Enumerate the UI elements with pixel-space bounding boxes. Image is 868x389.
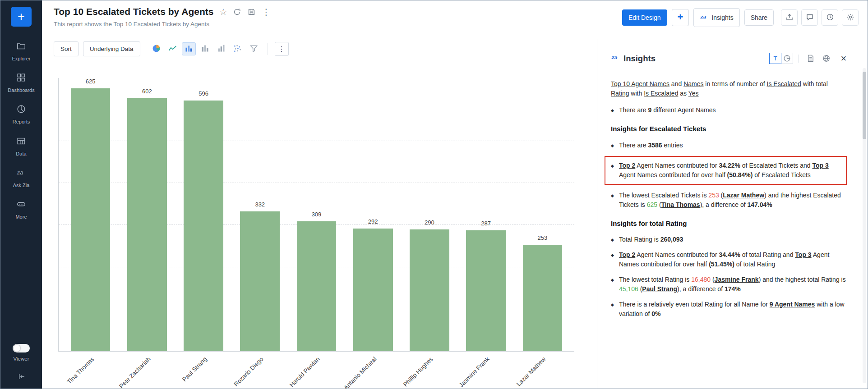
more-icon: [16, 199, 26, 211]
bar-value-label: 602: [127, 88, 167, 95]
bar-rozario-diego[interactable]: 332: [240, 211, 280, 351]
close-insights-button[interactable]: ×: [838, 53, 850, 64]
sidebar-item-reports[interactable]: Reports: [8, 99, 34, 130]
insights-title: Insights: [623, 54, 656, 64]
insight-text: Top 10 Agent Names and Names in terms of…: [611, 79, 847, 98]
zia-icon: za: [700, 13, 708, 23]
insight-bullet: ◆The lowest Escalated Tickets is 253 (La…: [611, 191, 847, 210]
globe-icon-button[interactable]: [820, 53, 832, 64]
funnel-chart-icon: [249, 44, 259, 55]
bar-slot-jasmine-frank: 287Jasmine Frank: [458, 78, 514, 351]
comment-button[interactable]: [801, 9, 818, 26]
bars-container: 625Tina Thomas602Pete Zachariah596Paul S…: [59, 78, 574, 351]
insights-section-heading: Insights for total Rating: [611, 219, 847, 229]
insights-panel: za Insights T × Top 10 Agent Nam: [597, 39, 868, 389]
bar-slot-antanio-micheal: 292Antanio Micheal: [345, 78, 401, 351]
insight-bullet: ◆There is a relatively even total Rating…: [611, 300, 847, 319]
sidebar-item-label: Data: [16, 151, 26, 157]
chart-view-toggle[interactable]: [781, 53, 793, 64]
underlying-data-button[interactable]: Underlying Data: [83, 41, 140, 56]
sidebar-nav: ExplorerDashboardsReportsDatazaAsk ZiaMo…: [8, 36, 34, 225]
sidebar-item-more[interactable]: More: [8, 194, 34, 225]
globe-icon: [822, 54, 831, 63]
sidebar-item-ask-zia[interactable]: zaAsk Zia: [8, 162, 34, 194]
insights-tools: T ×: [769, 53, 850, 64]
bar-value-label: 292: [353, 218, 393, 225]
insight-text: There are 9 different Agent Names: [619, 105, 716, 115]
chart-pane: Sort Underlying Data ⋮ 625Tina Thomas602…: [42, 39, 597, 389]
title-block: Top 10 Escalated Tickets by Agents ☆ ⋮ T…: [54, 6, 270, 27]
insight-text: There are 3586 entries: [619, 141, 683, 150]
bullet-diamond-icon: ◆: [611, 237, 614, 244]
bar-jasmine-frank[interactable]: 287: [466, 230, 506, 351]
bar-value-label: 625: [71, 78, 111, 85]
bar-antanio-micheal[interactable]: 292: [353, 229, 393, 351]
bar-stacked-chart-type-button[interactable]: [198, 42, 212, 55]
sidebar-item-explorer[interactable]: Explorer: [8, 36, 34, 67]
category-label: Paul Strang: [149, 356, 208, 389]
bar-grouped-chart-type-button[interactable]: [214, 42, 228, 55]
bar-phillip-hughes[interactable]: 290: [410, 229, 449, 351]
table-icon: [16, 136, 26, 148]
bullet-diamond-icon: ◆: [611, 277, 614, 294]
refresh-icon[interactable]: [233, 8, 241, 16]
bar-lazar-mathew[interactable]: 253: [523, 245, 563, 351]
collapse-icon: [17, 372, 26, 381]
edit-design-button[interactable]: Edit Design: [622, 9, 667, 26]
sidebar-item-dashboards[interactable]: Dashboards: [8, 67, 34, 99]
share-button[interactable]: Share: [744, 9, 774, 26]
sort-button[interactable]: Sort: [54, 41, 78, 56]
sidebar-item-label: Explorer: [12, 56, 31, 62]
chart-toolbar: Sort Underlying Data ⋮: [42, 39, 597, 59]
category-label: Phillip Hughes: [375, 356, 434, 389]
text-view-toggle[interactable]: T: [769, 53, 781, 64]
line-chart-icon: [168, 44, 177, 55]
bar-chart-icon: [184, 44, 194, 55]
zia-icon: za: [16, 168, 26, 179]
insights-scrollbar[interactable]: [863, 68, 866, 383]
insight-text: Top 2 Agent Names contributed for 34.44%…: [619, 250, 847, 269]
create-new-button[interactable]: +: [11, 7, 32, 27]
collapse-sidebar-button[interactable]: [17, 372, 26, 382]
sidebar-item-data[interactable]: Data: [8, 131, 34, 162]
settings-button[interactable]: [842, 9, 859, 26]
viewer-toggle[interactable]: [13, 344, 30, 352]
insight-bullet: ◆Top 2 Agent Names contributed for 34.44…: [611, 250, 847, 269]
bar-tina-thomas[interactable]: 625: [71, 88, 111, 351]
insight-text: There is a relatively even total Rating …: [619, 300, 847, 319]
bar-slot-tina-thomas: 625Tina Thomas: [62, 78, 119, 351]
bar-grouped-chart-icon: [217, 44, 226, 55]
report-icon: [16, 104, 26, 116]
content-row: Sort Underlying Data ⋮ 625Tina Thomas602…: [42, 39, 868, 389]
sidebar-item-label: More: [15, 214, 27, 220]
document-icon-button[interactable]: [804, 53, 816, 64]
scatter-chart-type-button[interactable]: [231, 42, 245, 55]
bar-slot-phillip-hughes: 290Phillip Hughes: [401, 78, 457, 351]
bar-chart-type-button[interactable]: [182, 42, 196, 55]
title-more-icon[interactable]: ⋮: [262, 8, 270, 16]
add-button[interactable]: +: [672, 9, 689, 26]
pie-chart-type-button[interactable]: [149, 42, 163, 55]
document-icon: [806, 54, 815, 63]
insights-button-label: Insights: [711, 14, 733, 21]
favorite-star-icon[interactable]: ☆: [219, 8, 227, 16]
view-toggle-group: T: [769, 53, 793, 64]
bar-harold-pawlan[interactable]: 309: [297, 221, 337, 351]
category-label: Rozario Diego: [206, 356, 265, 389]
insights-button[interactable]: za Insights: [693, 8, 739, 27]
scatter-chart-icon: [233, 44, 242, 55]
sidebar-item-label: Dashboards: [8, 87, 34, 93]
bar-value-label: 332: [240, 201, 280, 208]
line-chart-type-button[interactable]: [166, 42, 180, 55]
funnel-chart-type-button[interactable]: [247, 42, 261, 55]
export-button[interactable]: [781, 9, 798, 26]
save-icon[interactable]: [247, 8, 256, 16]
bullet-diamond-icon: ◆: [611, 302, 614, 319]
bar-pete-zachariah[interactable]: 602: [127, 98, 167, 351]
history-button[interactable]: [822, 9, 838, 26]
history-icon: [826, 13, 834, 23]
bar-paul-strang[interactable]: 596: [184, 101, 223, 351]
scrollbar-thumb[interactable]: [863, 72, 866, 139]
report-description: This report shows the Top 10 Escalated T…: [54, 21, 270, 27]
toolbar-more-button[interactable]: ⋮: [275, 42, 289, 56]
